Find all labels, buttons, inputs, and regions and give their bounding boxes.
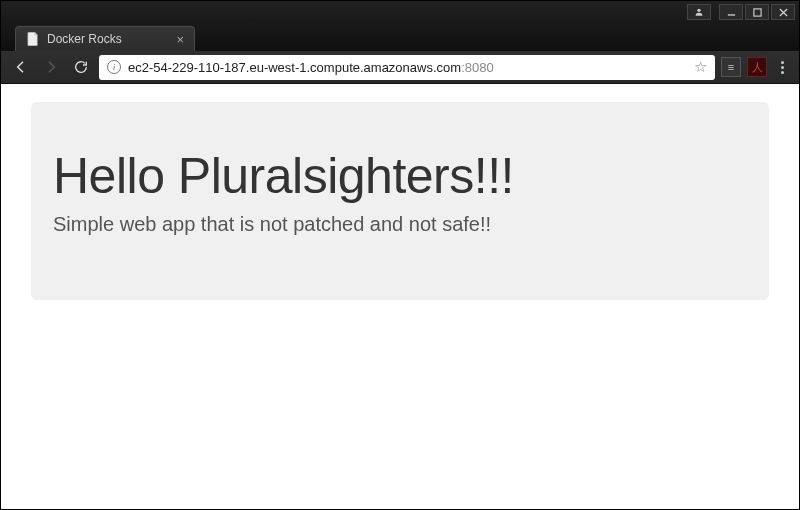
minimize-button[interactable] [719, 4, 743, 20]
extension-icon-pdf[interactable]: 人 [747, 57, 767, 77]
browser-window: Docker Rocks × i ec2-54-229-110-187.eu-w… [0, 0, 800, 510]
browser-menu-button[interactable] [773, 55, 791, 79]
jumbotron: Hello Pluralsighters!!! Simple web app t… [31, 102, 769, 300]
url-text: ec2-54-229-110-187.eu-west-1.compute.ama… [128, 60, 687, 75]
close-tab-icon[interactable]: × [176, 32, 184, 47]
browser-tab[interactable]: Docker Rocks × [15, 26, 195, 51]
tab-strip: Docker Rocks × [1, 23, 799, 51]
page-heading: Hello Pluralsighters!!! [53, 147, 747, 205]
window-titlebar [1, 1, 799, 23]
back-button[interactable] [9, 55, 33, 79]
user-icon[interactable] [687, 4, 711, 20]
site-info-icon[interactable]: i [107, 60, 121, 74]
page-subheading: Simple web app that is not patched and n… [53, 213, 747, 236]
extension-icon-1[interactable]: ≡ [721, 57, 741, 77]
forward-button[interactable] [39, 55, 63, 79]
close-window-button[interactable] [771, 4, 795, 20]
browser-toolbar: i ec2-54-229-110-187.eu-west-1.compute.a… [1, 51, 799, 84]
url-host: ec2-54-229-110-187.eu-west-1.compute.ama… [128, 60, 461, 75]
page-viewport: Hello Pluralsighters!!! Simple web app t… [1, 84, 799, 509]
address-bar[interactable]: i ec2-54-229-110-187.eu-west-1.compute.a… [99, 55, 715, 80]
svg-rect-1 [727, 14, 734, 15]
reload-button[interactable] [69, 55, 93, 79]
bookmark-star-icon[interactable]: ☆ [694, 58, 707, 76]
tab-title: Docker Rocks [47, 32, 168, 46]
url-port: :8080 [461, 60, 494, 75]
maximize-button[interactable] [745, 4, 769, 20]
page-favicon [26, 32, 40, 46]
svg-rect-2 [753, 8, 760, 15]
svg-point-0 [697, 9, 700, 12]
